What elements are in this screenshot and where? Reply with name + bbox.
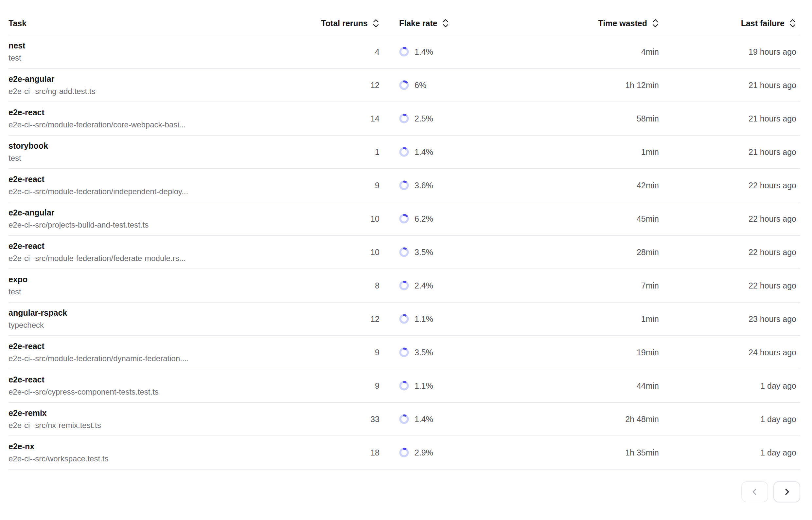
total-reruns-value: 1: [375, 147, 380, 157]
task-cell: storybook test: [8, 141, 326, 163]
last-failure-value: 21 hours ago: [749, 114, 800, 124]
flaky-tasks-table: Task Total reruns Flake rate Time wasted…: [0, 0, 812, 502]
time-wasted-value: 1min: [641, 147, 659, 157]
pagination-prev-button[interactable]: [741, 482, 768, 502]
total-reruns-value: 8: [375, 281, 380, 290]
column-header-task: Task: [8, 19, 326, 28]
task-name: e2e-angular: [8, 74, 326, 84]
task-cell: e2e-react e2e-ci--src/module-federation/…: [8, 241, 326, 263]
table-row[interactable]: storybook test 1 1.4% 1min 21 hours ago: [8, 135, 800, 169]
flake-rate-ring-icon: [399, 80, 409, 90]
table-row[interactable]: e2e-react e2e-ci--src/module-federation/…: [8, 102, 800, 135]
flake-rate-cell: 6.2%: [380, 214, 484, 224]
table-row[interactable]: e2e-angular e2e-ci--src/projects-build-a…: [8, 202, 800, 236]
column-header-flake-rate[interactable]: Flake rate: [380, 18, 449, 28]
column-header-total-reruns[interactable]: Total reruns: [321, 18, 380, 28]
task-detail: e2e-ci--src/cypress-component-tests.test…: [8, 387, 326, 396]
total-reruns-value: 10: [370, 214, 380, 224]
flake-rate-value: 2.4%: [415, 281, 433, 290]
flake-rate-value: 2.9%: [415, 448, 433, 458]
time-wasted-value: 45min: [637, 214, 659, 224]
time-wasted-value: 19min: [637, 348, 659, 357]
flake-rate-ring-icon: [399, 147, 409, 157]
flake-rate-value: 6%: [415, 81, 426, 90]
task-cell: e2e-react e2e-ci--src/module-federation/…: [8, 341, 326, 363]
last-failure-value: 1 day ago: [760, 415, 800, 424]
task-detail: e2e-ci--src/module-federation/federate-m…: [8, 254, 326, 263]
flake-rate-ring-icon: [399, 180, 409, 190]
task-detail: e2e-ci--src/module-federation/core-webpa…: [8, 120, 326, 129]
flake-rate-ring-icon: [399, 214, 409, 224]
table-row[interactable]: e2e-react e2e-ci--src/module-federation/…: [8, 336, 800, 369]
flake-rate-value: 1.4%: [415, 415, 433, 424]
task-name: e2e-react: [8, 341, 326, 351]
last-failure-value: 22 hours ago: [749, 214, 800, 224]
flake-rate-ring-icon: [399, 281, 409, 290]
table-row[interactable]: e2e-angular e2e-ci--src/ng-add.test.ts 1…: [8, 69, 800, 102]
time-wasted-value: 7min: [641, 281, 659, 290]
flake-rate-cell: 6%: [380, 80, 484, 90]
task-cell: e2e-react e2e-ci--src/cypress-component-…: [8, 375, 326, 396]
table-row[interactable]: angular-rspack typecheck 12 1.1% 1min 23…: [8, 303, 800, 336]
task-cell: e2e-react e2e-ci--src/module-federation/…: [8, 175, 326, 196]
last-failure-value: 21 hours ago: [749, 147, 800, 157]
total-reruns-value: 10: [370, 248, 380, 257]
task-detail: test: [8, 287, 326, 296]
flake-rate-ring-icon: [399, 448, 409, 458]
table-row[interactable]: e2e-nx e2e-ci--src/workspace.test.ts 18 …: [8, 436, 800, 470]
chevron-left-icon: [750, 487, 760, 497]
column-header-total-reruns-label: Total reruns: [321, 19, 368, 28]
total-reruns-value: 18: [370, 448, 380, 458]
flake-rate-ring-icon: [399, 414, 409, 424]
task-detail: test: [8, 53, 326, 62]
flake-rate-cell: 3.5%: [380, 347, 484, 357]
time-wasted-value: 1h 35min: [625, 448, 659, 458]
pagination-next-button[interactable]: [774, 482, 800, 502]
flake-rate-cell: 1.4%: [380, 147, 484, 157]
total-reruns-value: 14: [370, 114, 380, 124]
task-detail: test: [8, 154, 326, 163]
task-detail: typecheck: [8, 320, 326, 330]
flake-rate-cell: 3.6%: [380, 180, 484, 190]
table-row[interactable]: e2e-react e2e-ci--src/module-federation/…: [8, 236, 800, 269]
task-name: storybook: [8, 141, 326, 151]
pagination: [8, 482, 800, 502]
task-detail: e2e-ci--src/projects-build-and-test.test…: [8, 220, 326, 230]
column-header-time-wasted[interactable]: Time wasted: [598, 18, 659, 28]
last-failure-value: 22 hours ago: [749, 181, 800, 190]
table-row[interactable]: nest test 4 1.4% 4min 19 hours ago: [8, 35, 800, 69]
table-row[interactable]: e2e-remix e2e-ci--src/nx-remix.test.ts 3…: [8, 403, 800, 436]
task-cell: e2e-remix e2e-ci--src/nx-remix.test.ts: [8, 408, 326, 430]
flake-rate-cell: 1.1%: [380, 314, 484, 324]
flake-rate-cell: 3.5%: [380, 247, 484, 257]
last-failure-value: 22 hours ago: [749, 281, 800, 290]
task-name: e2e-react: [8, 175, 326, 184]
time-wasted-value: 28min: [637, 248, 659, 257]
column-header-task-label: Task: [8, 19, 27, 28]
task-detail: e2e-ci--src/module-federation/independen…: [8, 187, 326, 196]
total-reruns-value: 9: [375, 381, 380, 391]
task-name: nest: [8, 41, 326, 50]
task-detail: e2e-ci--src/module-federation/dynamic-fe…: [8, 354, 326, 363]
time-wasted-value: 4min: [641, 47, 659, 57]
flake-rate-cell: 1.1%: [380, 381, 484, 391]
total-reruns-value: 12: [370, 81, 380, 90]
time-wasted-value: 58min: [637, 114, 659, 124]
table-row[interactable]: expo test 8 2.4% 7min 22 hours ago: [8, 269, 800, 303]
last-failure-value: 19 hours ago: [749, 47, 800, 57]
total-reruns-value: 4: [375, 47, 380, 57]
column-header-flake-rate-label: Flake rate: [399, 19, 438, 28]
table-row[interactable]: e2e-react e2e-ci--src/cypress-component-…: [8, 369, 800, 403]
task-name: angular-rspack: [8, 308, 326, 318]
time-wasted-value: 44min: [637, 381, 659, 391]
time-wasted-value: 1min: [641, 314, 659, 324]
flake-rate-value: 1.1%: [415, 381, 433, 391]
task-cell: expo test: [8, 275, 326, 296]
table-row[interactable]: e2e-react e2e-ci--src/module-federation/…: [8, 169, 800, 202]
task-name: e2e-react: [8, 375, 326, 385]
flake-rate-ring-icon: [399, 314, 409, 324]
column-header-last-failure[interactable]: Last failure: [741, 18, 800, 28]
task-cell: angular-rspack typecheck: [8, 308, 326, 330]
task-name: expo: [8, 275, 326, 284]
flake-rate-cell: 2.9%: [380, 448, 484, 458]
